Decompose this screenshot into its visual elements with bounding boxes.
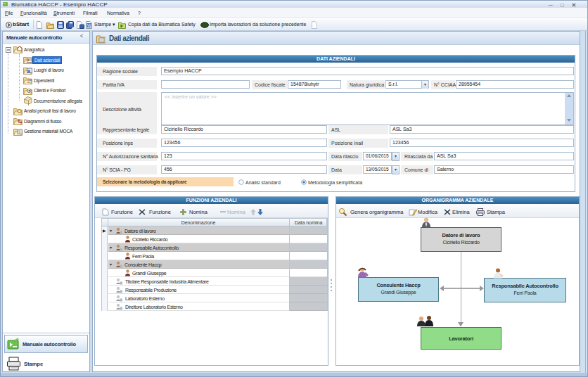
svg-text:W: W [87, 23, 91, 27]
